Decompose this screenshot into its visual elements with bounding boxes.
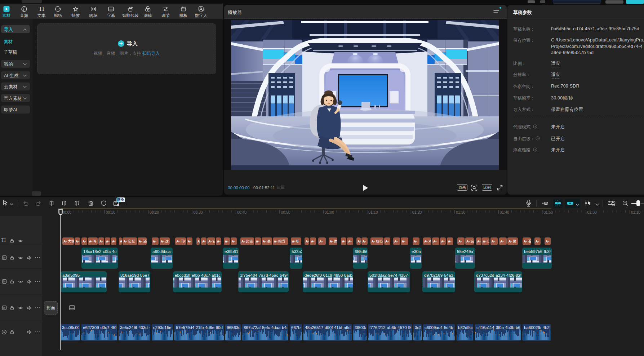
svg-text:ebccd1ff-efbb-48c7-a01c-e: ebccd1ff-efbb-48c7-a01c-e	[175, 273, 224, 277]
svg-text:e30a: e30a	[412, 249, 421, 254]
svg-text:18ca18e2-c0fa-4cf6: 18ca18e2-c0fa-4cf6	[83, 249, 120, 254]
svg-text:00:50: 00:50	[281, 210, 290, 214]
svg-text:01:20: 01:20	[412, 210, 422, 214]
svg-text:c416a114-3f0a-4b3b-b678: c416a114-3f0a-4b3b-b678	[476, 325, 525, 330]
svg-text:a3af5095-: a3af5095-	[62, 273, 81, 277]
svg-text:00:30: 00:30	[193, 210, 203, 214]
svg-text:?: ?	[534, 125, 536, 128]
svg-text:?: ?	[537, 137, 538, 140]
svg-text:00:40: 00:40	[237, 210, 247, 214]
svg-text:01:50: 01:50	[543, 210, 553, 214]
svg-text:3e5c249f-403d-45: 3e5c249f-403d-45	[120, 325, 154, 330]
svg-text:dede26f0-61c8-4850-8ad2-: dede26f0-61c8-4850-8ad2-	[305, 273, 355, 277]
svg-text:48a26517-d90f-41bf-a6d8-8: 48a26517-d90f-41bf-a6d8-8	[305, 325, 356, 330]
svg-text:c6009ac4-5d4b-4b: c6009ac4-5d4b-4b	[425, 325, 459, 330]
svg-text:?: ?	[534, 148, 536, 151]
svg-text:1f75e404-7a7d-45ac-b494-: 1f75e404-7a7d-45ac-b494-	[240, 273, 290, 277]
svg-text:503fdda2-9e74-4357-9: 503fdda2-9e74-4357-9	[369, 273, 412, 277]
svg-text:02:10: 02:10	[631, 210, 640, 214]
svg-text:c293d15e-0: c293d15e-0	[153, 325, 175, 330]
svg-text:00:00: 00:00	[62, 210, 71, 214]
svg-text:d97b2169-54a3-4: d97b2169-54a3-4	[424, 273, 457, 277]
svg-text:d737c52d-a234-4f26-82f9: d737c52d-a234-4f26-82f9	[476, 273, 524, 277]
svg-text:a60d5bca-c: a60d5bca-c	[152, 249, 174, 254]
svg-text:01:10: 01:10	[368, 210, 378, 214]
svg-text:57e579d4-21fb-4d6e-90db-: 57e579d4-21fb-4d6e-90db-	[176, 325, 226, 330]
svg-text:816ae19d-85e7-4: 816ae19d-85e7-4	[120, 273, 153, 277]
svg-text:55e249a7: 55e249a7	[457, 249, 475, 254]
svg-text:ba6002fb-4b24-: ba6002fb-4b24-	[524, 325, 551, 330]
svg-text:f776f212-ab6b-4570-90-: f776f212-ab6b-4570-90-	[369, 325, 414, 330]
svg-text:e6ff7309-d0c7-4f0a-: e6ff7309-d0c7-4f0a-	[83, 325, 120, 330]
svg-text:01:30: 01:30	[456, 210, 465, 214]
svg-text:beb597b6-fb34-: beb597b6-fb34-	[524, 249, 552, 254]
svg-text:00:10: 00:10	[106, 210, 115, 214]
svg-text:01:00: 01:00	[325, 210, 334, 214]
svg-text:00:20: 00:20	[150, 210, 159, 214]
svg-text:02:00: 02:00	[587, 210, 597, 214]
svg-text:01:40: 01:40	[500, 210, 509, 214]
svg-text:867c72af-5efc-4daa-b4d9-6: 867c72af-5efc-4daa-b4d9-6	[244, 325, 295, 330]
svg-text:532a2: 532a2	[292, 249, 303, 254]
svg-text:655d50: 655d50	[355, 249, 368, 254]
